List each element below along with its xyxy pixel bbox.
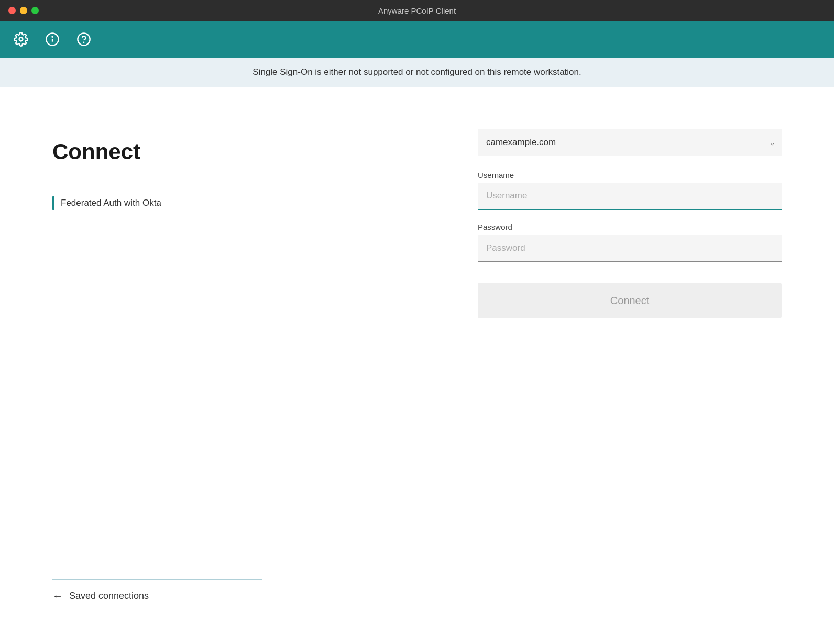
info-icon[interactable]: [44, 31, 61, 48]
minimize-button[interactable]: [20, 7, 27, 14]
window-title: Anyware PCoIP Client: [378, 6, 456, 15]
title-bar: Anyware PCoIP Client: [0, 0, 834, 21]
username-label: Username: [478, 171, 782, 180]
close-button[interactable]: [8, 7, 16, 14]
federated-auth-label: Federated Auth with Okta: [61, 198, 161, 208]
server-dropdown[interactable]: camexample.com: [478, 129, 782, 156]
username-field-group: Username: [478, 171, 782, 210]
page-title: Connect: [52, 139, 478, 164]
saved-connections-link[interactable]: ← Saved connections: [52, 590, 262, 602]
notification-banner: Single Sign-On is either not supported o…: [0, 58, 834, 87]
federated-auth-indicator: [52, 196, 54, 210]
connect-button[interactable]: Connect: [478, 283, 782, 318]
password-input[interactable]: [478, 235, 782, 262]
right-panel: camexample.com ⌵ Username Password Conne…: [478, 129, 782, 318]
arrow-back-icon: ←: [52, 590, 63, 602]
help-icon[interactable]: [75, 31, 92, 48]
server-dropdown-wrapper: camexample.com ⌵: [478, 129, 782, 156]
left-panel: Connect Federated Auth with Okta: [52, 129, 478, 318]
settings-icon[interactable]: [13, 31, 29, 48]
footer-divider: [52, 579, 262, 580]
footer: ← Saved connections: [52, 579, 262, 602]
password-field-group: Password: [478, 223, 782, 262]
svg-point-0: [19, 38, 23, 41]
saved-connections-label: Saved connections: [69, 591, 149, 602]
main-content: Connect Federated Auth with Okta camexam…: [0, 87, 834, 318]
password-label: Password: [478, 223, 782, 231]
maximize-button[interactable]: [31, 7, 39, 14]
notification-text: Single Sign-On is either not supported o…: [253, 67, 581, 77]
toolbar: [0, 21, 834, 58]
window-controls: [8, 7, 39, 14]
username-input[interactable]: [478, 183, 782, 210]
federated-auth-section: Federated Auth with Okta: [52, 196, 478, 210]
